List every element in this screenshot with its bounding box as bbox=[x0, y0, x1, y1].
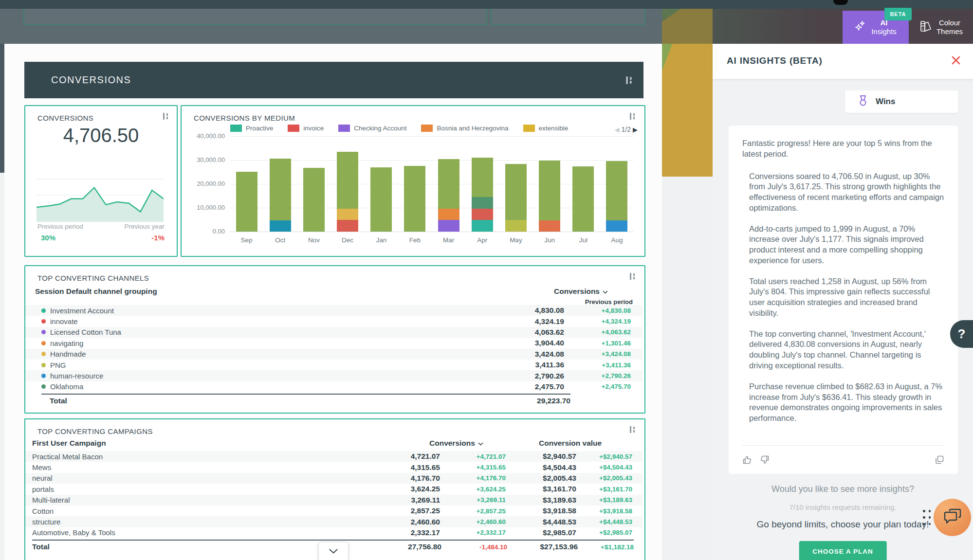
table-row: Cotton2,857.25+2,857.25$3,918.58+$3,918.… bbox=[25, 506, 643, 516]
previous-year-label: Previous year bbox=[124, 223, 165, 230]
campaign-conversions-prev: +3,269.11 bbox=[440, 496, 506, 504]
legend-item[interactable]: Proactive bbox=[230, 125, 273, 132]
x-tick-label: Jun bbox=[533, 236, 567, 244]
legend-item[interactable]: invoice bbox=[288, 125, 324, 132]
channel-color-dot bbox=[41, 308, 46, 313]
campaign-name: Automotive, Baby & Tools bbox=[32, 528, 367, 537]
table-row: Handmade3,424.08+3,424.08 bbox=[25, 349, 643, 360]
legend-pager: ◀ 1/2 ▶ bbox=[615, 126, 638, 133]
campaign-value: $2,005.43 bbox=[506, 474, 576, 483]
bar-chart-icon[interactable] bbox=[162, 112, 170, 121]
bar-chart-icon[interactable] bbox=[628, 425, 637, 434]
total-label: Total bbox=[32, 542, 368, 551]
thumbs-up-icon[interactable] bbox=[742, 455, 752, 465]
top-converting-campaigns-card: TOP CONVERTING CAMPAIGNS First User Camp… bbox=[24, 418, 645, 560]
channel-name: Oklahoma bbox=[41, 382, 481, 391]
section-title: CONVERSIONS bbox=[24, 74, 131, 86]
total-value-prev: +$1,182.18 bbox=[578, 543, 634, 551]
expand-table-button[interactable] bbox=[319, 542, 348, 560]
campaigns-value-header: Conversion value bbox=[539, 439, 602, 448]
bar-segment bbox=[370, 167, 392, 232]
table-row: neural4,176.70+4,176.70$2,005.43+$2,005.… bbox=[25, 473, 643, 484]
bar-segment bbox=[505, 220, 527, 232]
channel-color-dot bbox=[41, 374, 46, 378]
bar-chart-icon[interactable] bbox=[628, 112, 637, 121]
ai-win-paragraph: Total users reached 1,258 in August, up … bbox=[742, 276, 944, 319]
top-converting-channels-card: TOP CONVERTING CHANNELS Session Default … bbox=[24, 265, 645, 414]
chart-legend: ProactiveinvoiceChecking AccountBosnia a… bbox=[230, 125, 568, 132]
legend-item[interactable]: Bosnia and Herzegovina bbox=[421, 125, 508, 132]
bar bbox=[337, 152, 358, 232]
channel-color-dot bbox=[41, 330, 46, 334]
campaign-conversions: 3,269.11 bbox=[367, 496, 440, 505]
pager-prev-icon[interactable]: ◀ bbox=[615, 126, 620, 133]
table-row: Mews4,315.65+4,315.65$4,504.43+$4,504.43 bbox=[25, 462, 643, 472]
channel-name: human-resource bbox=[41, 372, 481, 380]
choose-plan-button[interactable]: CHOOSE A PLAN bbox=[799, 541, 887, 560]
table-row: PNG3,411.36+3,411.36 bbox=[25, 360, 643, 370]
background-artwork bbox=[662, 44, 713, 177]
legend-item[interactable]: Checking Account bbox=[338, 125, 406, 132]
ai-panel-header: AI INSIGHTS (BETA) bbox=[713, 44, 973, 79]
table-row: portals3,624.25+3,624.25$3,161.70+$3,161… bbox=[25, 484, 643, 494]
x-tick-label: Dec bbox=[331, 236, 365, 244]
campaign-name: Cotton bbox=[32, 507, 367, 515]
close-icon[interactable] bbox=[950, 54, 962, 67]
ai-message-intro: Fantastic progress! Here are your top 5 … bbox=[742, 138, 944, 160]
x-tick-label: Oct bbox=[263, 236, 297, 244]
y-tick-label: 20,000.00 bbox=[186, 180, 225, 187]
bar bbox=[270, 159, 291, 232]
legend-swatch bbox=[338, 125, 350, 132]
legend-swatch bbox=[523, 125, 535, 132]
campaigns-table: Practical Metal Bacon4,721.07+4,721.07$2… bbox=[25, 451, 643, 538]
total-value: 29,223.70 bbox=[537, 397, 570, 405]
pager-next-icon[interactable]: ▶ bbox=[633, 126, 638, 133]
campaigns-card-title: TOP CONVERTING CAMPAIGNS bbox=[37, 427, 153, 435]
ai-panel-title: AI INSIGHTS (BETA) bbox=[727, 55, 823, 66]
bar-segment bbox=[270, 220, 291, 232]
previous-period-label: Previous period bbox=[37, 223, 83, 230]
campaign-name: portals bbox=[32, 485, 367, 493]
drag-handle[interactable] bbox=[923, 510, 931, 526]
campaign-conversions-prev: +2,332.17 bbox=[440, 529, 506, 536]
ai-win-paragraph: Conversions soared to 4,706.50 in August… bbox=[742, 171, 944, 214]
ai-message-card: Fantastic progress! Here are your top 5 … bbox=[729, 126, 958, 474]
campaign-value-prev: +$3,918.58 bbox=[576, 507, 632, 515]
chevron-down-icon bbox=[329, 548, 338, 555]
x-tick-label: Jul bbox=[567, 236, 600, 244]
campaign-conversions-prev: +4,315.65 bbox=[440, 464, 506, 471]
top-strip bbox=[0, 0, 973, 9]
ai-win-paragraph: The top converting channel, 'Investment … bbox=[742, 329, 944, 371]
campaigns-sort-header[interactable]: Conversions bbox=[429, 439, 483, 448]
campaigns-dimension-header: First User Campaign bbox=[32, 439, 106, 448]
channel-name: navigating bbox=[41, 339, 481, 347]
campaign-value: $2,940.57 bbox=[506, 452, 576, 461]
y-tick-label: 10,000.00 bbox=[186, 204, 225, 211]
campaign-conversions-prev: +3,624.25 bbox=[440, 486, 506, 493]
thumbs-down-icon[interactable] bbox=[760, 455, 770, 465]
bar-chart-icon[interactable] bbox=[628, 272, 637, 281]
channel-color-dot bbox=[41, 384, 46, 389]
channel-conversions: 3,904.40 bbox=[481, 339, 564, 347]
chat-fab-button[interactable] bbox=[934, 499, 971, 536]
colour-themes-button[interactable]: ColourThemes bbox=[909, 11, 973, 44]
table-row: Oklahoma2,475.70+2,475.70 bbox=[25, 381, 643, 392]
copy-icon[interactable] bbox=[935, 455, 944, 465]
wins-chip[interactable]: Wins bbox=[845, 90, 958, 113]
bar-segment bbox=[438, 159, 459, 208]
help-button[interactable]: ? bbox=[950, 320, 973, 348]
channel-color-dot bbox=[41, 352, 46, 356]
bar-chart-icon[interactable] bbox=[624, 75, 633, 84]
table-row: Practical Metal Bacon4,721.07+4,721.07$2… bbox=[25, 451, 643, 462]
campaign-name: neural bbox=[32, 474, 367, 482]
channel-previous-period: +1,301.46 bbox=[564, 340, 631, 347]
ai-win-paragraph: Add-to-carts jumped to 1,999 in August, … bbox=[742, 224, 944, 266]
channels-sort-header[interactable]: Conversions bbox=[554, 287, 608, 296]
channel-color-dot bbox=[41, 319, 46, 324]
bar-segment bbox=[472, 209, 493, 220]
chart-plot-area bbox=[230, 136, 634, 232]
bar-segment bbox=[404, 166, 425, 232]
legend-item[interactable]: extensible bbox=[523, 125, 569, 132]
campaign-conversions: 3,624.25 bbox=[367, 485, 440, 493]
bar-segment bbox=[303, 168, 325, 232]
